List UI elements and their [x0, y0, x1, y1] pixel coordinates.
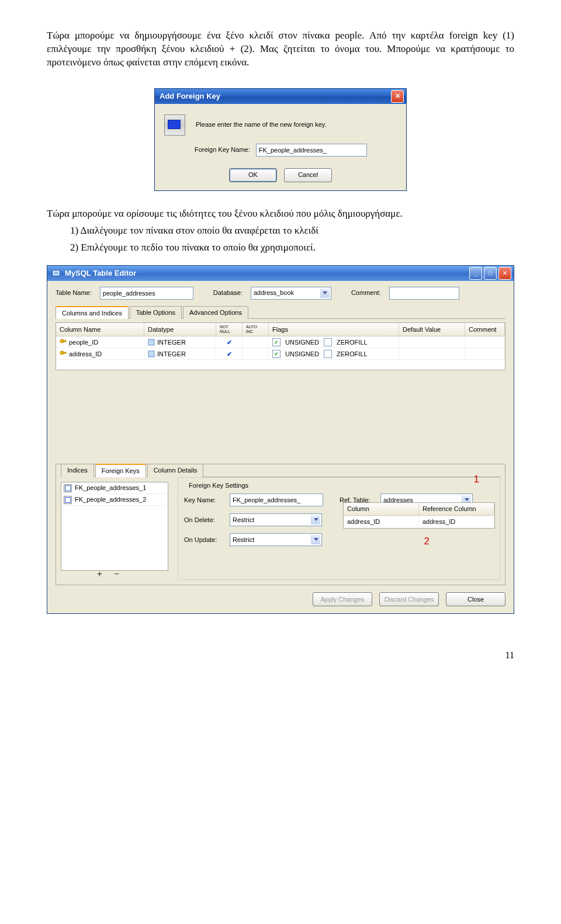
- columns-grid-header: Column Name Datatype NOT NULL AUTO INC F…: [56, 323, 505, 336]
- flag-zerofill: ZEROFILL: [337, 338, 368, 347]
- zerofill-checkbox[interactable]: [324, 350, 332, 358]
- dialog-info-icon: [164, 114, 185, 136]
- flag-zerofill: ZEROFILL: [337, 350, 368, 359]
- svg-rect-1: [54, 272, 58, 275]
- add-fk-dialog: Add Foreign Key ✕ Please enter the name …: [154, 88, 407, 191]
- col-header-comment[interactable]: Comment: [465, 323, 505, 336]
- paragraph-2: Τώρα μπορούμε να ορίσουμε τις ιδιότητες …: [47, 207, 514, 221]
- ok-button[interactable]: OK: [229, 168, 277, 182]
- fk-icon: [64, 484, 72, 492]
- table-name-input[interactable]: [100, 287, 193, 300]
- on-delete-label: On Delete:: [184, 516, 225, 524]
- database-label: Database:: [213, 289, 243, 297]
- upper-tabs: Columns and Indices Table Options Advanc…: [56, 305, 505, 319]
- columns-grid[interactable]: Column Name Datatype NOT NULL AUTO INC F…: [56, 322, 505, 370]
- svg-rect-7: [148, 351, 154, 357]
- database-value: address_book: [254, 289, 294, 297]
- list-item-2: 2) Επιλέγουμε το πεδίο του πίνακα το οπο…: [70, 241, 514, 255]
- close-icon[interactable]: ✕: [391, 90, 404, 103]
- col-header-flags[interactable]: Flags: [269, 323, 399, 336]
- col-header-name[interactable]: Column Name: [56, 323, 144, 336]
- ref-row-col[interactable]: address_ID: [344, 516, 419, 528]
- col-name: people_ID: [69, 338, 98, 347]
- fk-list[interactable]: FK_people_addresses_1 FK_people_addresse…: [61, 482, 168, 571]
- close-button[interactable]: Close: [446, 592, 505, 606]
- tab-column-details[interactable]: Column Details: [147, 464, 204, 477]
- ref-header-column[interactable]: Column: [344, 503, 419, 515]
- fk-name-input[interactable]: [256, 144, 367, 157]
- unsigned-checkbox[interactable]: ✔: [272, 338, 280, 346]
- fk-panel: Indices Foreign Keys Column Details FK_p…: [56, 464, 505, 585]
- editor-titlebar[interactable]: MySQL Table Editor _ □ ✕: [47, 266, 514, 281]
- tab-columns-indices[interactable]: Columns and Indices: [56, 306, 129, 319]
- table-row[interactable]: people_ID INTEGER ✔ ✔ UNSIGNED ZEROFILL: [56, 336, 505, 348]
- comment-input[interactable]: [389, 287, 459, 300]
- tab-table-options[interactable]: Table Options: [130, 306, 182, 319]
- add-remove-fk-buttons[interactable]: + −: [97, 568, 124, 581]
- key-name-label: Key Name:: [184, 496, 225, 505]
- fk-icon: [64, 496, 72, 504]
- ref-columns-grid[interactable]: Column Reference Column address_ID addre…: [343, 502, 495, 529]
- paragraph-1: Τώρα μπορούμε να δημιουργήσουμε ένα ξένο…: [47, 29, 514, 70]
- svg-rect-4: [148, 339, 154, 345]
- close-icon[interactable]: ✕: [498, 267, 511, 280]
- notnull-check-icon[interactable]: ✔: [227, 338, 232, 347]
- tab-indices[interactable]: Indices: [61, 464, 94, 477]
- fk-name-label: Foreign Key Name:: [195, 145, 250, 154]
- col-header-datatype[interactable]: Datatype: [144, 323, 216, 336]
- fk-item-label: FK_people_addresses_2: [75, 495, 146, 504]
- dialog-prompt: Please enter the name of the new foreign…: [196, 120, 327, 129]
- col-datatype: INTEGER: [157, 338, 186, 347]
- ref-row-ref[interactable]: address_ID: [419, 516, 494, 528]
- list-item-1: 1) Διαλέγουμε τον πίνακα στον οποίο θα α…: [70, 224, 514, 238]
- on-delete-combo[interactable]: Restrict: [230, 513, 322, 526]
- list-item[interactable]: FK_people_addresses_1: [61, 482, 168, 494]
- svg-rect-3: [63, 341, 66, 342]
- on-update-value: Restrict: [233, 536, 254, 544]
- table-row[interactable]: address_ID INTEGER ✔ ✔ UNSIGNED ZEROFILL: [56, 348, 505, 360]
- apply-changes-button[interactable]: Apply Changes: [313, 592, 372, 606]
- on-delete-value: Restrict: [233, 516, 254, 524]
- col-header-autoinc[interactable]: AUTO INC: [243, 323, 269, 336]
- notnull-check-icon[interactable]: ✔: [227, 350, 232, 359]
- dialog-title: Add Foreign Key: [160, 91, 220, 102]
- editor-title: MySQL Table Editor: [65, 268, 136, 279]
- annotation-2: 2: [424, 535, 430, 548]
- dialog-titlebar[interactable]: Add Foreign Key ✕: [155, 89, 406, 104]
- comment-label: Comment:: [351, 289, 381, 297]
- datatype-icon: [148, 350, 155, 357]
- datatype-icon: [148, 339, 155, 346]
- col-datatype: INTEGER: [157, 350, 186, 359]
- unsigned-checkbox[interactable]: ✔: [272, 350, 280, 358]
- key-icon: [60, 350, 67, 357]
- table-name-label: Table Name:: [56, 289, 92, 297]
- discard-changes-button[interactable]: Discard Changes: [379, 592, 439, 606]
- maximize-icon[interactable]: □: [484, 267, 497, 280]
- database-combo[interactable]: address_book: [251, 287, 331, 300]
- chevron-down-icon: [311, 535, 320, 544]
- mysql-app-icon: [52, 269, 61, 278]
- minimize-icon[interactable]: _: [469, 267, 482, 280]
- annotation-1: 1: [474, 473, 479, 487]
- fk-settings-legend: Foreign Key Settings: [186, 482, 251, 489]
- zerofill-checkbox[interactable]: [324, 338, 332, 346]
- col-header-default[interactable]: Default Value: [399, 323, 465, 336]
- ref-header-refcolumn[interactable]: Reference Column: [419, 503, 494, 515]
- on-update-label: On Update:: [184, 536, 225, 544]
- key-name-input[interactable]: [230, 494, 323, 506]
- chevron-down-icon: [320, 289, 330, 298]
- col-name: address_ID: [69, 350, 102, 359]
- cancel-button[interactable]: Cancel: [284, 168, 332, 182]
- table-editor-window: MySQL Table Editor _ □ ✕ Table Name: Dat…: [47, 265, 514, 614]
- fk-settings-group: Foreign Key Settings Key Name: Ref. Tabl…: [178, 477, 500, 580]
- fk-item-label: FK_people_addresses_1: [75, 484, 146, 492]
- svg-rect-6: [63, 352, 66, 353]
- list-item[interactable]: FK_people_addresses_2: [61, 494, 168, 506]
- lower-tabs: Indices Foreign Keys Column Details: [61, 463, 500, 477]
- col-header-notnull[interactable]: NOT NULL: [216, 323, 243, 336]
- chevron-down-icon: [311, 515, 320, 524]
- tab-foreign-keys[interactable]: Foreign Keys: [95, 464, 146, 477]
- on-update-combo[interactable]: Restrict: [230, 533, 322, 546]
- tab-advanced-options[interactable]: Advanced Options: [183, 306, 248, 319]
- key-icon: [60, 339, 67, 346]
